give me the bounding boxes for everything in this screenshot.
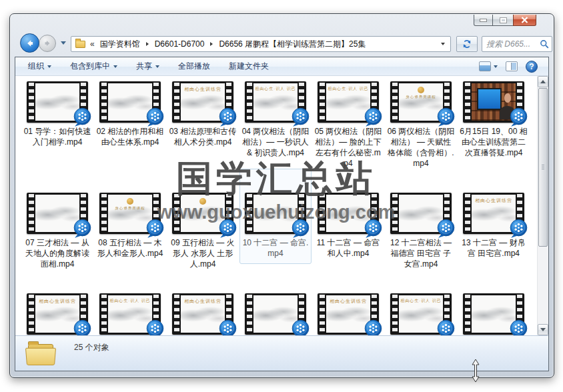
player-badge-icon bbox=[72, 319, 93, 335]
filmstrip-holes bbox=[320, 194, 325, 233]
file-tile[interactable]: 相由心生·识人 识己 05 两仪相法（阴阳相法）— 脸的上下左右有什么秘密.mp… bbox=[314, 81, 382, 169]
back-button[interactable] bbox=[20, 33, 39, 53]
file-name: 07 三才相法 — 从天地人的角度解读面相.mp4 bbox=[23, 237, 91, 269]
file-tile[interactable]: 相由心生训练营 13 十二宫 — 财帛宫 田宅宫.mp4 bbox=[460, 193, 528, 269]
search-input[interactable] bbox=[485, 39, 540, 49]
toolbar-play-all[interactable]: 全部播放 bbox=[172, 58, 216, 75]
filmstrip-holes bbox=[101, 295, 107, 333]
vertical-scrollbar[interactable] bbox=[537, 76, 548, 335]
tile-row: 相由心生训练营 相由心生·识人 识己 bbox=[23, 293, 532, 335]
video-thumbnail: 相由心生·识人 识己 bbox=[245, 81, 306, 123]
chevron-down-icon bbox=[47, 65, 51, 68]
file-tile[interactable]: 相由心生训练营 bbox=[169, 293, 237, 335]
file-name: 04 两仪相法（阴阳相法）— 一秒识人& 初识贵人.mp4 bbox=[241, 126, 310, 158]
filmstrip-holes bbox=[392, 83, 398, 121]
video-thumbnail: 相由心生训练营 bbox=[463, 193, 524, 234]
breadcrumb-item[interactable]: D6656 屠鹏程【相学训练营第二期】25集 bbox=[216, 37, 368, 52]
player-badge-icon bbox=[508, 107, 529, 127]
forward-button[interactable] bbox=[39, 35, 56, 52]
video-thumbnail: 相由心生训练营 bbox=[172, 293, 233, 335]
file-tile[interactable]: 01 导学：如何快速入门相学.mp4 bbox=[23, 81, 91, 169]
breadcrumb-item[interactable]: 国学资料馆 bbox=[97, 37, 143, 52]
recent-pages-dropdown[interactable] bbox=[61, 41, 66, 45]
player-badge-icon bbox=[363, 319, 384, 335]
search-box bbox=[482, 36, 552, 52]
window-controls bbox=[474, 15, 536, 26]
player-badge-icon bbox=[436, 319, 456, 335]
file-tile[interactable]: 相由心生·识人 识己 bbox=[96, 293, 164, 335]
player-badge-icon bbox=[217, 107, 238, 127]
file-tile[interactable]: 09 五行相法 — 火形人 水形人 土形人.mp4 bbox=[169, 193, 237, 269]
minimize-button[interactable] bbox=[474, 15, 493, 26]
file-name: 13 十二宫 — 财帛宫 田宅宫.mp4 bbox=[460, 237, 528, 259]
video-thumbnail: 相由心生·识人 识己 bbox=[318, 81, 379, 123]
player-badge-icon bbox=[145, 218, 165, 239]
refresh-icon bbox=[462, 39, 472, 49]
file-tile[interactable]: 相由心生训练营 bbox=[23, 293, 91, 335]
breadcrumb-item[interactable]: D6601-D6700 bbox=[152, 37, 207, 51]
search-icon[interactable] bbox=[540, 39, 549, 49]
close-button[interactable] bbox=[513, 15, 536, 26]
forward-arrow-icon bbox=[43, 39, 52, 47]
filmstrip-holes bbox=[247, 194, 252, 233]
thumbnail-title: 相由心生·识人 识己 bbox=[399, 298, 443, 304]
filmstrip-holes bbox=[465, 194, 470, 233]
filmstrip-holes bbox=[29, 83, 34, 121]
navigation-bar: « 国学资料馆 D6601-D6700 D6656 屠鹏程【相学训练营第二期】2… bbox=[15, 31, 549, 57]
file-tile[interactable]: 相由心生训练营 03 相法原理和古传相人术分类.mp4 bbox=[169, 81, 237, 169]
toolbar-share[interactable]: 共享 bbox=[130, 58, 165, 75]
file-name: 6月15日 19、00 相由心生训练营第二次直播答疑.mp4 bbox=[460, 126, 528, 158]
file-tile[interactable]: 相由心生·识人 识己 bbox=[387, 293, 455, 335]
refresh-button[interactable] bbox=[456, 36, 478, 52]
course-logo-icon bbox=[418, 87, 424, 93]
player-badge-icon bbox=[217, 319, 238, 335]
toolbar-organize[interactable]: 组织 bbox=[22, 58, 57, 75]
thumbnail-title: 相由心生训练营 bbox=[35, 298, 79, 305]
file-tile[interactable]: 相由心生·识人 识己 04 两仪相法（阴阳相法）— 一秒识人& 初识贵人.mp4 bbox=[241, 81, 310, 169]
file-tile[interactable] bbox=[460, 293, 528, 335]
filmstrip-holes bbox=[320, 295, 325, 333]
file-tile[interactable]: 02 相法的作用和相由心生体系.mp4 bbox=[96, 81, 164, 169]
scroll-down-button[interactable] bbox=[538, 324, 548, 335]
scrollbar-thumb[interactable] bbox=[538, 88, 548, 247]
file-name: 06 两仪相法（阴阳相法） — 天赋性格体能（含骨相）.mp4 bbox=[387, 126, 455, 169]
address-bar[interactable]: « 国学资料馆 D6601-D6700 D6656 屠鹏程【相学训练营第二期】2… bbox=[71, 36, 451, 52]
breadcrumb-chevron-icon[interactable] bbox=[146, 42, 149, 46]
file-tile[interactable]: 身心修养类课程 08 五行相法 — 木形人和金形人.mp4 bbox=[96, 193, 164, 269]
file-tile[interactable]: 12 十二宫相法 — 福德宫 田宅宫 子女宫.mp4 bbox=[387, 193, 455, 269]
file-tile[interactable]: 07 三才相法 — 从天地人的角度解读面相.mp4 bbox=[23, 193, 91, 269]
breadcrumb-chevron-icon[interactable] bbox=[210, 42, 213, 46]
command-toolbar: 组织 包含到库中 共享 全部播放 新建文件夹 ? bbox=[15, 57, 548, 76]
file-tile[interactable] bbox=[241, 293, 310, 335]
scroll-up-button[interactable] bbox=[538, 76, 548, 87]
thumbnail-title: 身心修养类课程 bbox=[399, 95, 443, 99]
item-count-label: 25 个对象 bbox=[74, 342, 109, 353]
file-tile[interactable]: 11 十二宫 — 命宫和人中.mp4 bbox=[314, 193, 382, 269]
toolbar-new-folder[interactable]: 新建文件夹 bbox=[223, 58, 275, 75]
maximize-button[interactable] bbox=[493, 15, 513, 26]
client-area: 组织 包含到库中 共享 全部播放 新建文件夹 ? bbox=[15, 57, 549, 371]
player-badge-icon bbox=[508, 218, 529, 239]
toolbar-include-in-library[interactable]: 包含到库中 bbox=[64, 58, 123, 75]
folder-large-icon bbox=[26, 339, 57, 367]
player-badge-icon bbox=[436, 107, 456, 127]
file-name: 12 十二宫相法 — 福德宫 田宅宫 子女宫.mp4 bbox=[387, 237, 455, 269]
player-badge-icon bbox=[290, 319, 311, 335]
maximize-icon bbox=[500, 18, 506, 23]
help-button[interactable]: ? bbox=[526, 61, 538, 73]
address-dropdown-icon[interactable] bbox=[441, 43, 445, 45]
player-badge-icon bbox=[363, 107, 384, 127]
file-tile[interactable]: 10 十二宫 — 命宫.mp4 bbox=[241, 193, 310, 269]
file-name: 01 导学：如何快速入门相学.mp4 bbox=[23, 126, 91, 147]
explorer-window: « 国学资料馆 D6601-D6700 D6656 屠鹏程【相学训练营第二期】2… bbox=[9, 13, 554, 378]
file-tile[interactable]: 6月15日 19、00 相由心生训练营第二次直播答疑.mp4 bbox=[460, 81, 528, 169]
video-thumbnail: 身心修养类课程 bbox=[99, 193, 161, 234]
file-tile[interactable]: 相由心生训练营 bbox=[314, 293, 382, 335]
preview-pane-button[interactable] bbox=[506, 61, 518, 71]
player-badge-icon bbox=[508, 319, 529, 335]
breadcrumb-overflow[interactable]: « bbox=[90, 39, 95, 49]
video-thumbnail bbox=[463, 81, 524, 123]
file-tile[interactable]: 身心修养类课程 06 两仪相法（阴阳相法） — 天赋性格体能（含骨相）.mp4 bbox=[387, 81, 455, 169]
toolbar-right-icons: ? bbox=[479, 61, 542, 73]
views-button[interactable] bbox=[479, 61, 498, 71]
